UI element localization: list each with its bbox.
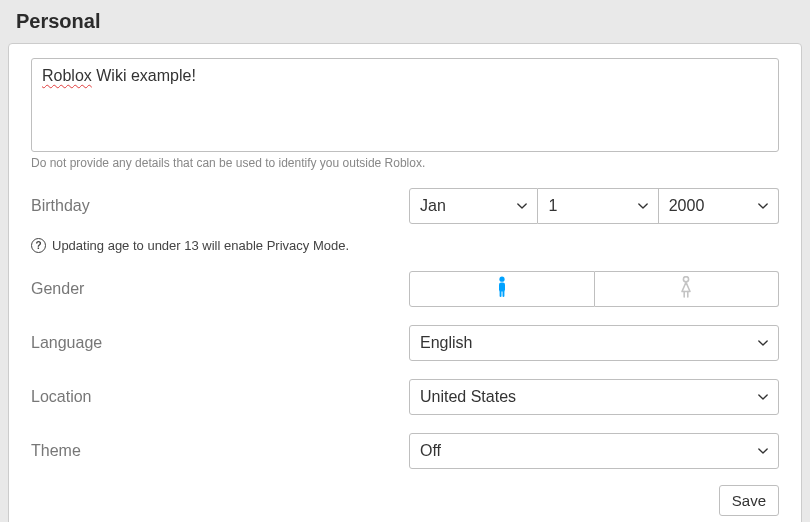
birthday-privacy-note-row: ? Updating age to under 13 will enable P… bbox=[31, 238, 779, 253]
svg-rect-2 bbox=[499, 290, 501, 297]
about-textarea[interactable]: Roblox Wiki example! bbox=[31, 58, 779, 152]
svg-point-4 bbox=[684, 277, 689, 282]
birthday-year-select[interactable]: 2000 bbox=[659, 188, 779, 224]
about-hint: Do not provide any details that can be u… bbox=[31, 156, 779, 170]
gender-female-button[interactable] bbox=[595, 271, 780, 307]
birthday-label: Birthday bbox=[31, 197, 409, 215]
theme-value: Off bbox=[420, 442, 441, 460]
location-select[interactable]: United States bbox=[409, 379, 779, 415]
chevron-down-icon bbox=[758, 201, 768, 211]
birthday-month-select[interactable]: Jan bbox=[409, 188, 538, 224]
personal-panel: Roblox Wiki example! Do not provide any … bbox=[8, 43, 802, 522]
gender-label: Gender bbox=[31, 280, 409, 298]
birthday-privacy-note: Updating age to under 13 will enable Pri… bbox=[52, 238, 349, 253]
about-text-underlined: Roblox bbox=[42, 67, 92, 84]
birthday-year-value: 2000 bbox=[669, 197, 705, 215]
location-label: Location bbox=[31, 388, 409, 406]
chevron-down-icon bbox=[517, 201, 527, 211]
theme-select[interactable]: Off bbox=[409, 433, 779, 469]
birthday-day-value: 1 bbox=[548, 197, 557, 215]
female-icon bbox=[678, 276, 694, 302]
svg-rect-1 bbox=[499, 282, 505, 291]
theme-label: Theme bbox=[31, 442, 409, 460]
language-select[interactable]: English bbox=[409, 325, 779, 361]
section-title: Personal bbox=[8, 6, 802, 43]
chevron-down-icon bbox=[758, 392, 768, 402]
location-value: United States bbox=[420, 388, 516, 406]
birthday-day-select[interactable]: 1 bbox=[538, 188, 658, 224]
svg-point-0 bbox=[499, 277, 504, 282]
gender-male-button[interactable] bbox=[409, 271, 595, 307]
about-text-rest: Wiki example! bbox=[92, 67, 196, 84]
male-icon bbox=[495, 276, 509, 302]
birthday-month-value: Jan bbox=[420, 197, 446, 215]
save-button[interactable]: Save bbox=[719, 485, 779, 516]
svg-rect-3 bbox=[502, 290, 504, 297]
language-label: Language bbox=[31, 334, 409, 352]
chevron-down-icon bbox=[758, 338, 768, 348]
chevron-down-icon bbox=[638, 201, 648, 211]
question-icon: ? bbox=[31, 238, 46, 253]
language-value: English bbox=[420, 334, 472, 352]
chevron-down-icon bbox=[758, 446, 768, 456]
